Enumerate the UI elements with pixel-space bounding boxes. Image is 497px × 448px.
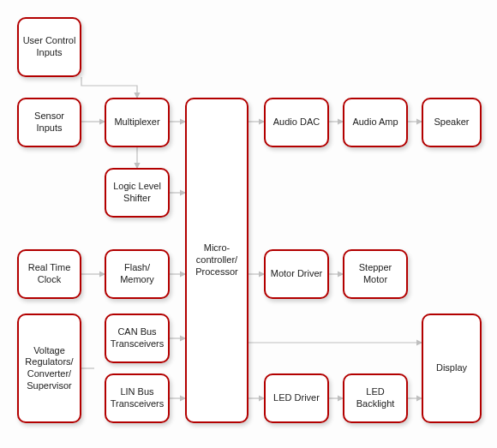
node-label: CAN Bus Transceivers [110, 326, 165, 350]
node-multiplexer: Multiplexer [105, 98, 170, 147]
node-led-backlight: LED Backlight [343, 373, 408, 423]
node-display: Display [422, 314, 482, 423]
node-real-time-clock: Real Time Clock [17, 249, 81, 299]
node-audio-amp: Audio Amp [343, 98, 408, 147]
node-microcontroller: Micro-controller/ Processor [185, 98, 248, 423]
node-sensor-inputs: Sensor Inputs [17, 98, 81, 147]
node-lin-bus: LIN Bus Transceivers [105, 373, 170, 423]
node-user-control-inputs: User Control Inputs [17, 17, 81, 77]
node-voltage-regulators: Voltage Regulators/ Converter/ Superviso… [17, 314, 81, 423]
node-motor-driver: Motor Driver [264, 249, 329, 299]
node-label: Display [436, 362, 467, 374]
node-label: Voltage Regulators/ Converter/ Superviso… [22, 345, 76, 392]
node-label: LIN Bus Transceivers [110, 386, 165, 410]
node-speaker: Speaker [422, 98, 482, 147]
block-diagram: User Control Inputs Sensor Inputs Real T… [0, 0, 497, 448]
node-label: Logic Level Shifter [110, 181, 165, 205]
node-can-bus: CAN Bus Transceivers [105, 314, 170, 363]
node-audio-dac: Audio DAC [264, 98, 329, 147]
node-label: Multiplexer [114, 116, 159, 128]
node-label: Audio DAC [273, 116, 320, 128]
node-label: LED Backlight [348, 386, 403, 410]
node-label: Real Time Clock [22, 262, 76, 286]
node-flash-memory: Flash/ Memory [105, 249, 170, 299]
node-label: Flash/ Memory [110, 262, 165, 286]
node-stepper-motor: Stepper Motor [343, 249, 408, 299]
node-label: Micro-controller/ Processor [190, 242, 243, 278]
node-label: Motor Driver [271, 268, 323, 280]
node-logic-level-shifter: Logic Level Shifter [105, 168, 170, 218]
node-label: Audio Amp [352, 116, 398, 128]
node-label: User Control Inputs [22, 35, 76, 59]
node-label: Stepper Motor [348, 262, 403, 286]
node-label: Speaker [434, 116, 470, 128]
node-label: LED Driver [273, 392, 320, 404]
node-label: Sensor Inputs [22, 111, 76, 134]
node-led-driver: LED Driver [264, 373, 329, 423]
